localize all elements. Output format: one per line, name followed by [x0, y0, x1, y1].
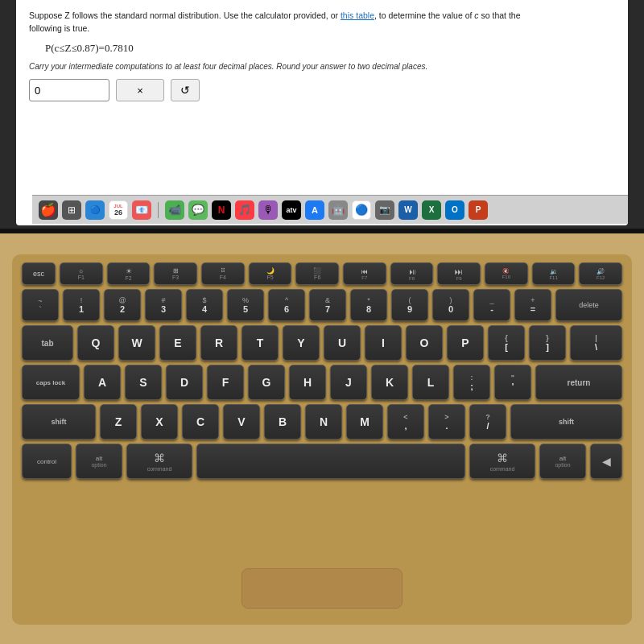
key-4[interactable]: $ 4 [186, 289, 223, 321]
dock-icon-music[interactable]: 🎵 [235, 200, 254, 220]
key-s[interactable]: S [125, 365, 162, 400]
key-b[interactable]: B [264, 404, 301, 440]
key-return[interactable]: return [535, 365, 622, 400]
dock-icon-podcast[interactable]: 🎙 [258, 200, 278, 220]
key-8[interactable]: * 8 [350, 289, 387, 321]
key-g[interactable]: G [248, 365, 285, 400]
key-t[interactable]: T [242, 325, 279, 361]
key-a[interactable]: A [84, 365, 121, 400]
key-2[interactable]: @ 2 [104, 289, 141, 321]
key-f3[interactable]: ⊞ F3 [154, 262, 197, 285]
key-w[interactable]: W [118, 325, 155, 361]
dock-icon-app1[interactable]: 📧 [132, 200, 151, 220]
dock-icon-outlook[interactable]: O [445, 200, 464, 220]
key-z[interactable]: Z [100, 404, 137, 440]
key-f5[interactable]: 🌙 F5 [249, 262, 292, 285]
key-f10[interactable]: 🔇 F10 [485, 262, 528, 285]
key-o[interactable]: O [406, 325, 443, 361]
key-semicolon[interactable]: : ; [453, 365, 490, 400]
key-option-right[interactable]: alt option [539, 444, 586, 479]
key-v[interactable]: V [223, 404, 260, 440]
dock-icon-launchpad[interactable]: ⊞ [62, 200, 81, 220]
dock-icon-finder[interactable]: 🔵 [85, 200, 105, 220]
key-3[interactable]: # 3 [145, 289, 182, 321]
key-f12[interactable]: 🔊 F12 [579, 262, 622, 285]
key-n[interactable]: N [305, 404, 342, 440]
key-esc[interactable]: esc [22, 262, 56, 285]
reset-button[interactable]: ↺ [171, 79, 200, 101]
key-option-right-label: option [555, 462, 570, 468]
key-i[interactable]: I [365, 325, 402, 361]
key-minus[interactable]: _ - [473, 289, 510, 321]
dock-icon-powerpoint[interactable]: P [469, 200, 488, 220]
key-backslash[interactable]: | \ [570, 325, 622, 361]
key-q[interactable]: Q [77, 325, 114, 361]
key-x[interactable]: X [141, 404, 178, 440]
key-d[interactable]: D [166, 365, 203, 400]
trackpad[interactable] [242, 568, 402, 609]
key-y[interactable]: Y [283, 325, 320, 361]
key-bracket-l[interactable]: { [ [488, 325, 525, 361]
key-comma[interactable]: < , [387, 404, 424, 440]
key-f1[interactable]: ☼ F1 [60, 262, 103, 285]
key-7[interactable]: & 7 [309, 289, 346, 321]
key-shift-left[interactable]: shift [22, 404, 96, 440]
keyboard-frame: esc ☼ F1 ☀ F2 ⊞ F3 ⠿ F4 🌙 [12, 254, 632, 625]
dock-icon-word[interactable]: W [398, 200, 418, 220]
key-backspace[interactable]: delete [555, 289, 622, 321]
dock-icon-messages[interactable]: 💬 [188, 200, 208, 220]
dock-icon-copilot[interactable]: 🤖 [328, 200, 348, 220]
key-f11[interactable]: 🔉 F11 [532, 262, 576, 285]
key-r[interactable]: R [200, 325, 237, 361]
key-slash[interactable]: ? / [469, 404, 506, 440]
key-j[interactable]: J [330, 365, 367, 400]
key-arrow-left[interactable]: ◀ [590, 444, 622, 479]
key-f7[interactable]: ⏮ F7 [343, 262, 386, 285]
key-command-right[interactable]: ⌘ command [469, 444, 535, 479]
key-command-left[interactable]: ⌘ command [126, 444, 192, 479]
dock-icon-tv[interactable]: atv [282, 200, 301, 220]
key-bracket-r[interactable]: } ] [529, 325, 566, 361]
key-control[interactable]: control [22, 444, 72, 479]
dock-icon-apple[interactable]: 🍎 [39, 200, 58, 220]
dock-icon-screencapture[interactable]: 📷 [375, 200, 394, 220]
key-e[interactable]: E [159, 325, 196, 361]
key-1[interactable]: ! 1 [63, 289, 100, 321]
key-tab[interactable]: tab [22, 325, 73, 361]
dock-icon-calendar[interactable]: JUL 26 [109, 200, 128, 220]
key-equals[interactable]: + = [514, 289, 551, 321]
key-space[interactable] [196, 444, 465, 479]
key-h[interactable]: H [289, 365, 326, 400]
key-f2[interactable]: ☀ F2 [107, 262, 151, 285]
key-c[interactable]: C [182, 404, 219, 440]
clear-button[interactable]: × [116, 79, 164, 101]
key-f[interactable]: F [207, 365, 244, 400]
problem-link[interactable]: this table [341, 10, 374, 20]
key-shift-right[interactable]: shift [510, 404, 622, 440]
key-period[interactable]: > . [428, 404, 465, 440]
key-u[interactable]: U [324, 325, 361, 361]
dock-icon-excel[interactable]: X [422, 200, 441, 220]
key-6[interactable]: ^ 6 [268, 289, 305, 321]
key-p[interactable]: P [447, 325, 484, 361]
dock-icon-facetime[interactable]: 📹 [165, 200, 184, 220]
key-command-left-label: command [147, 466, 172, 472]
key-5[interactable]: % 5 [227, 289, 264, 321]
key-caps-lock[interactable]: caps lock [22, 365, 80, 400]
key-f4[interactable]: ⠿ F4 [201, 262, 245, 285]
dock-icon-N[interactable]: N [212, 200, 231, 220]
answer-input[interactable] [29, 79, 109, 101]
key-f6[interactable]: ⬛ F6 [295, 262, 339, 285]
key-m[interactable]: M [346, 404, 383, 440]
key-9[interactable]: ( 9 [391, 289, 428, 321]
key-quote[interactable]: " ' [494, 365, 531, 400]
key-0[interactable]: ) 0 [432, 289, 469, 321]
key-backtick[interactable]: ~ ` [22, 289, 59, 321]
key-f8[interactable]: ⏯ F8 [390, 262, 434, 285]
dock-icon-appstore[interactable]: A [305, 200, 324, 220]
key-f9[interactable]: ⏭ F9 [437, 262, 481, 285]
dock-icon-chrome[interactable]: 🔵 [352, 200, 371, 220]
key-option-left[interactable]: alt option [76, 444, 122, 479]
key-k[interactable]: K [371, 365, 408, 400]
key-l[interactable]: L [412, 365, 449, 400]
